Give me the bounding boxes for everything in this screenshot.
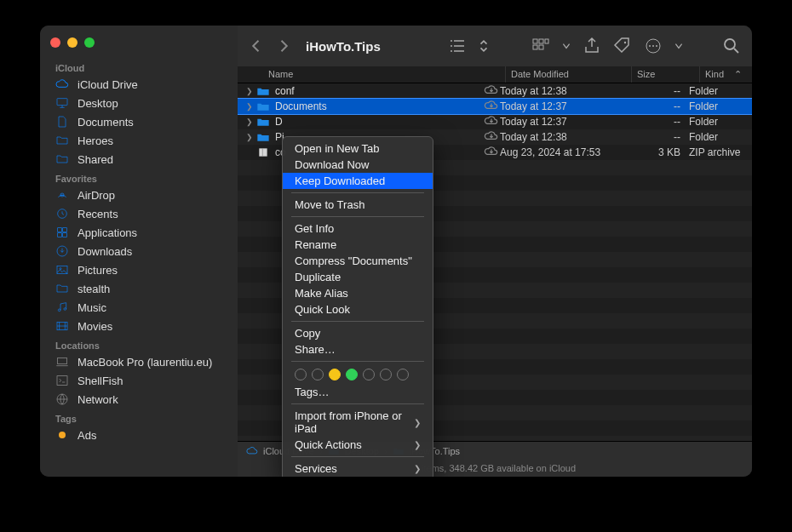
- folder-icon: [256, 131, 270, 143]
- menu-item[interactable]: Copy: [283, 325, 433, 341]
- sidebar-item[interactable]: MacBook Pro (laurentiu.eu): [40, 352, 238, 371]
- svg-rect-17: [533, 39, 537, 43]
- menu-item[interactable]: Duplicate: [283, 269, 433, 285]
- column-size[interactable]: Size: [631, 66, 699, 83]
- sidebar-item[interactable]: Ads: [40, 426, 238, 444]
- close-button[interactable]: [50, 37, 60, 48]
- menu-item[interactable]: Keep Downloaded: [283, 173, 433, 189]
- menu-item-label: Download Now: [295, 158, 369, 171]
- file-size: --: [626, 116, 689, 128]
- sidebar-item[interactable]: Pictures: [40, 260, 238, 279]
- menu-item-label: Rename: [295, 238, 336, 251]
- sidebar-item-label: Shared: [77, 153, 113, 166]
- menu-item-label: Move to Trash: [295, 198, 364, 211]
- share-icon[interactable]: [582, 36, 602, 56]
- toolbar: iHowTo.Tips: [238, 26, 752, 66]
- menu-item[interactable]: Quick Actions❯: [283, 437, 433, 453]
- folder-icon: [55, 152, 69, 166]
- disclosure-icon[interactable]: ❯: [246, 102, 255, 111]
- sidebar-item-label: Pictures: [77, 264, 118, 277]
- menu-item[interactable]: Quick Look: [283, 301, 433, 317]
- sidebar-item-label: iCloud Drive: [77, 78, 138, 91]
- sidebar-item[interactable]: Shared: [40, 150, 238, 169]
- window-title: iHowTo.Tips: [306, 39, 381, 54]
- file-size: --: [626, 85, 689, 97]
- sidebar-item[interactable]: Desktop: [40, 94, 238, 112]
- column-date[interactable]: Date Modified: [505, 66, 631, 83]
- view-selector-icon[interactable]: [478, 36, 490, 56]
- view-list-icon[interactable]: [447, 36, 468, 56]
- svg-rect-19: [545, 39, 548, 43]
- menu-item[interactable]: Tags…: [283, 384, 433, 400]
- sidebar-item-label: Recents: [77, 208, 118, 220]
- sidebar-item-label: Ads: [77, 429, 96, 442]
- column-kind[interactable]: Kind⌃: [699, 66, 752, 83]
- menu-item[interactable]: Import from iPhone or iPad❯: [283, 408, 433, 437]
- sidebar-item[interactable]: stealth: [40, 279, 238, 298]
- menu-item[interactable]: Compress "Documents": [283, 253, 433, 269]
- back-button[interactable]: [248, 37, 265, 54]
- forward-button[interactable]: [275, 37, 292, 54]
- folder-icon: [55, 134, 69, 147]
- pictures-icon: [55, 263, 69, 277]
- menu-item[interactable]: Share…: [283, 341, 433, 358]
- airdrop-icon: [55, 188, 69, 202]
- search-icon[interactable]: [721, 36, 742, 56]
- sidebar-item[interactable]: Recents: [40, 204, 238, 223]
- context-menu: Open in New TabDownload NowKeep Download…: [282, 136, 433, 477]
- action-chevron-icon[interactable]: [674, 36, 684, 56]
- svg-point-25: [652, 45, 654, 47]
- menu-item-label: Duplicate: [295, 271, 341, 283]
- zoom-button[interactable]: [84, 37, 95, 48]
- tag-icon[interactable]: [612, 36, 633, 56]
- svg-point-10: [58, 309, 60, 312]
- section-label: Tags: [40, 409, 238, 426]
- menu-item[interactable]: Download Now: [283, 157, 433, 173]
- menu-item[interactable]: Services❯: [283, 460, 433, 477]
- column-name[interactable]: Name: [268, 66, 505, 83]
- group-chevron-icon[interactable]: [561, 36, 571, 56]
- disclosure-icon[interactable]: ❯: [246, 87, 255, 95]
- menu-item[interactable]: Rename: [283, 237, 433, 253]
- file-kind: ZIP archive: [689, 146, 740, 158]
- sidebar-item[interactable]: Heroes: [40, 131, 238, 150]
- menu-item-label: Import from iPhone or iPad: [295, 409, 414, 435]
- menu-item[interactable]: Move to Trash: [283, 197, 433, 213]
- disclosure-icon[interactable]: ❯: [246, 133, 255, 141]
- apps-icon: [55, 226, 69, 239]
- submenu-arrow-icon: ❯: [414, 418, 421, 427]
- menu-item[interactable]: Get Info: [283, 220, 433, 237]
- group-icon[interactable]: [531, 36, 551, 56]
- minimize-button[interactable]: [67, 37, 77, 48]
- sidebar-item[interactable]: Downloads: [40, 242, 238, 260]
- tag-color-row[interactable]: [283, 365, 433, 384]
- action-icon[interactable]: [643, 36, 663, 56]
- sidebar-item[interactable]: Music: [40, 298, 238, 317]
- menu-item-label: Quick Look: [295, 303, 350, 316]
- sidebar-item[interactable]: ShellFish: [40, 371, 238, 390]
- file-kind: Folder: [689, 116, 718, 128]
- laptop-icon: [55, 355, 69, 369]
- menu-item-label: Quick Actions: [295, 438, 362, 451]
- menu-item[interactable]: Open in New Tab: [283, 140, 433, 157]
- file-kind: Folder: [689, 131, 718, 143]
- cloud-download-icon[interactable]: [483, 143, 500, 162]
- svg-rect-4: [63, 228, 67, 232]
- finder-window: iCloudiCloud DriveDesktopDocumentsHeroes…: [40, 26, 752, 477]
- sidebar-item[interactable]: Documents: [40, 112, 238, 131]
- file-kind: Folder: [689, 100, 718, 112]
- menu-item-label: Tags…: [295, 386, 329, 398]
- svg-rect-3: [58, 228, 62, 232]
- sidebar-item[interactable]: Network: [40, 390, 238, 409]
- svg-rect-21: [539, 45, 543, 49]
- file-name: conf: [275, 85, 483, 97]
- sidebar-item[interactable]: Movies: [40, 317, 238, 335]
- submenu-arrow-icon: ❯: [414, 464, 421, 473]
- globe-icon: [55, 392, 69, 406]
- menu-item[interactable]: Make Alias: [283, 285, 433, 301]
- sidebar-item[interactable]: iCloud Drive: [40, 75, 238, 94]
- svg-rect-5: [58, 233, 62, 237]
- sidebar-item[interactable]: Applications: [40, 223, 238, 242]
- sidebar-item[interactable]: AirDrop: [40, 186, 238, 204]
- disclosure-icon[interactable]: ❯: [246, 117, 255, 126]
